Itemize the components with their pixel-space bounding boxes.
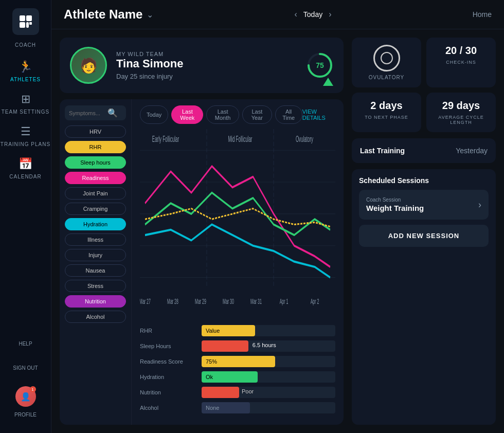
filter-search[interactable]: 🔍 <box>65 105 126 120</box>
expand-button[interactable] <box>323 78 333 86</box>
chart-header: Today Last Week Last Month Last Year All… <box>140 105 335 124</box>
cycle-days: 29 days <box>442 100 480 112</box>
injury-status: Day 25 since injury <box>116 73 297 80</box>
nutrition-bar: Poor <box>202 387 335 398</box>
main-content: Athlete Name ⌄ ‹ Today › Home 🧑 My Wild … <box>51 0 504 433</box>
readiness-bar: 75% <box>202 356 335 367</box>
svg-text:Apr 2: Apr 2 <box>311 297 319 305</box>
tab-last-week[interactable]: Last Week <box>171 105 203 124</box>
filter-alcohol[interactable]: Alcohol <box>65 311 126 323</box>
sign-out-label: SIGN OUT <box>0 362 51 374</box>
filter-illness[interactable]: Illness <box>65 233 126 246</box>
svg-rect-3 <box>26 22 29 28</box>
date-nav: ‹ Today › <box>295 10 332 19</box>
next-nav-button[interactable]: › <box>329 10 331 19</box>
filter-injury[interactable]: Injury <box>65 249 126 261</box>
filter-joint-pain[interactable]: Joint Pain <box>65 187 126 200</box>
tab-today[interactable]: Today <box>140 105 168 124</box>
filters-sidebar: 🔍 HRV RHR Sleep hours Readiness Joint Pa… <box>60 99 132 425</box>
svg-text:Mid Follicular: Mid Follicular <box>228 134 252 143</box>
left-panel: 🧑 My Wild Team Tina Simone Day 25 since … <box>60 38 344 425</box>
coach-label: COACH <box>15 42 36 48</box>
topbar-left: Athlete Name ⌄ <box>64 7 153 22</box>
last-training-label: Last Training <box>360 147 405 155</box>
tab-last-year[interactable]: Last Year <box>242 105 272 124</box>
sidebar: COACH 🏃 ATHLETES ⊞ TEAM SETTINGS ☰ TRAIN… <box>0 0 51 433</box>
calendar-icon: 📅 <box>19 157 32 171</box>
tab-last-month[interactable]: Last Month <box>206 105 239 124</box>
tab-all-time[interactable]: All Time <box>275 105 302 124</box>
prev-nav-button[interactable]: ‹ <box>295 10 297 19</box>
search-input[interactable] <box>69 110 105 116</box>
scheduled-title: Scheduled Sessions <box>359 176 489 185</box>
calendar-label: CALENDAR <box>9 174 41 179</box>
svg-text:Mar 31: Mar 31 <box>250 297 262 305</box>
ovulatory-card: OVULATORY <box>352 38 421 87</box>
sidebar-item-calendar[interactable]: 📅 CALENDAR <box>0 153 51 184</box>
sidebar-item-sign-out[interactable]: SIGN OUT <box>0 358 51 378</box>
data-row-rhr: RHR Value <box>140 325 335 336</box>
sidebar-item-athletes[interactable]: 🏃 ATHLETES <box>0 56 51 86</box>
filter-nausea[interactable]: Nausea <box>65 264 126 277</box>
today-label: Today <box>303 10 322 19</box>
sidebar-item-team-settings[interactable]: ⊞ TEAM SETTINGS <box>0 88 51 119</box>
training-plans-label: TRAINING PLANS <box>1 141 50 147</box>
progress-circle: 75 <box>307 52 333 79</box>
right-panel: OVULATORY 20 / 30 CHECK-INS 2 days TO NE… <box>352 38 496 425</box>
add-session-button[interactable]: ADD NEW SESSION <box>359 225 489 247</box>
svg-text:Ovulatory: Ovulatory <box>296 134 314 143</box>
checkins-card: 20 / 30 CHECK-INS <box>426 38 496 87</box>
cycle-length-card: 29 days AVERAGE CYCLE LENGTH <box>426 93 496 132</box>
filter-rhr[interactable]: RHR <box>65 141 126 153</box>
sidebar-item-help[interactable]: HELP <box>0 334 51 354</box>
filter-hydration[interactable]: Hydration <box>65 218 126 230</box>
last-training-value: Yesterday <box>456 147 488 155</box>
svg-text:Mar 29: Mar 29 <box>195 297 206 305</box>
chevron-right-icon: › <box>478 200 481 210</box>
last-training-card: Last Training Yesterday <box>352 138 496 163</box>
nutrition-label: Nutrition <box>140 389 196 395</box>
sidebar-item-training-plans[interactable]: ☰ TRAINING PLANS <box>0 121 51 151</box>
athletes-label: ATHLETES <box>10 77 41 82</box>
ovulatory-icon <box>373 45 400 71</box>
athletes-icon: 🏃 <box>19 60 32 74</box>
chart-svg-container: Early Follicular Mid Follicular Ovulator… <box>140 129 335 320</box>
rhr-label: RHR <box>140 328 196 334</box>
chevron-down-icon[interactable]: ⌄ <box>147 10 153 20</box>
checkins-label: CHECK-INS <box>446 60 476 65</box>
view-details-link[interactable]: VIEW DETAILS <box>302 109 335 121</box>
hydration-label: Hydration <box>140 374 196 380</box>
next-phase-label: TO NEXT PHASE <box>365 115 408 120</box>
svg-text:Apr 1: Apr 1 <box>280 297 289 305</box>
stats-grid: OVULATORY 20 / 30 CHECK-INS 2 days TO NE… <box>352 38 496 132</box>
session-card[interactable]: Coach Session Weight Training › <box>359 190 489 220</box>
session-type: Coach Session <box>366 197 424 203</box>
home-link[interactable]: Home <box>473 10 492 19</box>
filter-cramping[interactable]: Cramping <box>65 203 126 215</box>
chart-main: Today Last Week Last Month Last Year All… <box>132 99 344 425</box>
svg-text:Early Follicular: Early Follicular <box>152 134 179 143</box>
sidebar-item-profile[interactable]: 👤 1 PROFILE <box>0 382 51 425</box>
athlete-card: 🧑 My Wild Team Tina Simone Day 25 since … <box>60 38 344 93</box>
rhr-bar: Value <box>202 325 335 336</box>
team-name: My Wild Team <box>116 51 297 57</box>
svg-rect-2 <box>20 22 25 28</box>
filter-nutrition[interactable]: Nutrition <box>65 295 126 308</box>
chart-panel: 🔍 HRV RHR Sleep hours Readiness Joint Pa… <box>60 99 344 425</box>
session-info: Coach Session Weight Training <box>366 197 424 212</box>
svg-text:Mar 28: Mar 28 <box>167 297 178 305</box>
filter-readiness[interactable]: Readiness <box>65 172 126 184</box>
topbar: Athlete Name ⌄ ‹ Today › Home <box>51 0 504 29</box>
sidebar-logo <box>12 8 39 35</box>
progress-value: 75 <box>316 61 324 69</box>
data-row-nutrition: Nutrition Poor <box>140 387 335 398</box>
profile-label: PROFILE <box>0 409 51 421</box>
filter-hrv[interactable]: HRV <box>65 125 126 138</box>
data-row-readiness: Readiness Score 75% <box>140 356 335 367</box>
training-plans-icon: ☰ <box>21 125 31 138</box>
data-row-sleep: Sleep Hours 6.5 hours <box>140 340 335 352</box>
filter-stress[interactable]: Stress <box>65 280 126 292</box>
session-name: Weight Training <box>366 204 424 212</box>
filter-sleep-hours[interactable]: Sleep hours <box>65 156 126 169</box>
athlete-name: Tina Simone <box>116 57 297 70</box>
